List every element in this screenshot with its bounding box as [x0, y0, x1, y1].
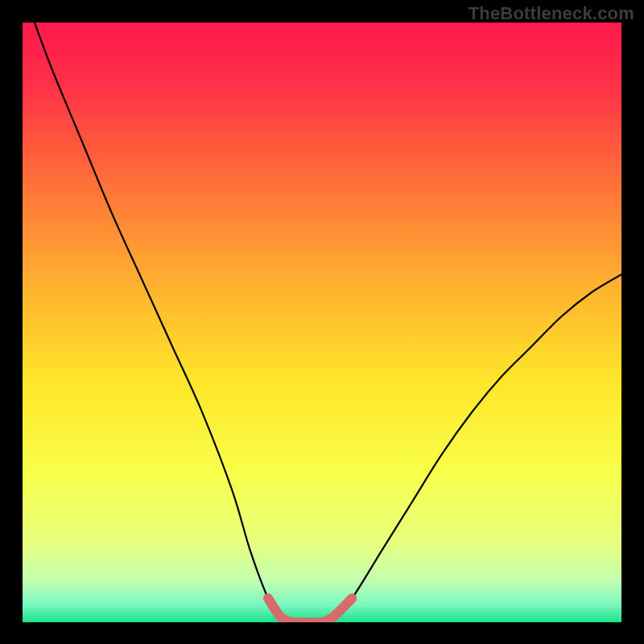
bottleneck-chart — [0, 0, 644, 644]
chart-frame: TheBottleneck.com — [0, 0, 644, 644]
attribution-label: TheBottleneck.com — [469, 3, 634, 24]
plot-background — [23, 23, 621, 622]
